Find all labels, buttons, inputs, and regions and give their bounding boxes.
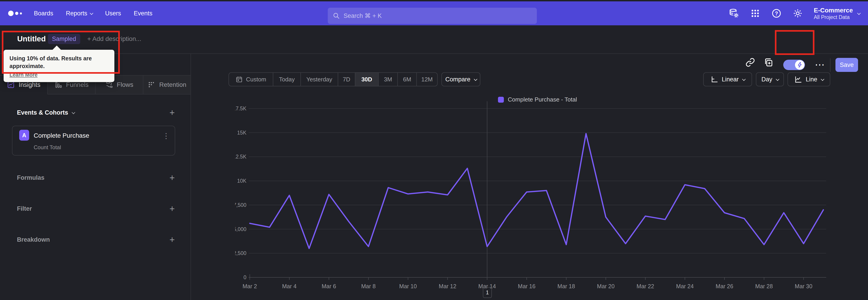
event-metric[interactable]: Count Total (34, 144, 61, 151)
chevron-down-icon (72, 111, 75, 114)
svg-text:Mar 16: Mar 16 (518, 283, 535, 289)
event-card[interactable]: A Complete Purchase Count Total ⋮ (12, 126, 175, 155)
search-icon (333, 12, 340, 20)
event-menu-icon[interactable]: ⋮ (162, 131, 170, 140)
chevron-down-icon (857, 11, 861, 15)
learn-more-link[interactable]: Learn More (9, 72, 37, 78)
project-name: E-Commerce (814, 6, 853, 14)
svg-text:2,500: 2,500 (235, 250, 246, 256)
tab-retention[interactable]: Retention (143, 76, 191, 94)
chevron-down-icon (474, 77, 477, 81)
sampling-toggle[interactable] (783, 60, 805, 70)
range-30d[interactable]: 30D (355, 73, 379, 86)
save-button[interactable]: Save (835, 58, 858, 72)
section-breakdown: Breakdown+ (17, 235, 175, 244)
svg-text:Mar 8: Mar 8 (361, 283, 376, 289)
chevron-down-icon (90, 11, 93, 15)
line-chart-icon (794, 76, 802, 83)
nav-menu: BoardsReportsUsersEvents (34, 1, 152, 25)
range-12m[interactable]: 12M (417, 73, 437, 86)
svg-text:7,500: 7,500 (235, 202, 246, 208)
pagination-page-1[interactable]: 1 (483, 287, 492, 298)
svg-text:Mar 6: Mar 6 (322, 283, 336, 289)
calendar-icon (236, 76, 243, 83)
retention-icon (147, 81, 156, 89)
chevron-down-icon (821, 77, 825, 81)
nav-item-reports[interactable]: Reports (66, 10, 93, 17)
section-label: Filter (17, 205, 32, 212)
query-builder-sidebar: InsightsFunnelsFlowsRetention Events & C… (0, 54, 191, 300)
copy-link-icon[interactable] (745, 57, 756, 68)
range-today[interactable]: Today (273, 73, 301, 86)
range-7d[interactable]: 7D (338, 73, 355, 86)
project-scope: All Project Data (814, 14, 853, 21)
sidebar-divider (191, 54, 191, 300)
svg-text:Mar 2: Mar 2 (243, 283, 257, 289)
chevron-down-icon (742, 77, 746, 81)
svg-text:Mar 18: Mar 18 (557, 283, 575, 289)
range-3m[interactable]: 3M (379, 73, 398, 86)
svg-text:17.5K: 17.5K (235, 106, 247, 112)
event-name[interactable]: Complete Purchase (34, 132, 89, 139)
chevron-down-icon (776, 77, 779, 81)
svg-text:15K: 15K (237, 130, 247, 136)
svg-text:Mar 30: Mar 30 (795, 283, 812, 289)
nav-right: ? E-Commerce All Project Data (729, 1, 868, 25)
svg-text:0: 0 (243, 274, 246, 280)
range-yesterday[interactable]: Yesterday (301, 73, 338, 86)
sampling-tooltip: Using 10% of data. Results are approxima… (4, 50, 114, 82)
nav-item-events[interactable]: Events (134, 10, 153, 17)
svg-text:Mar 4: Mar 4 (282, 283, 297, 289)
search-placeholder: Search ⌘ + K (344, 12, 382, 20)
more-actions-button[interactable]: ⋯ (813, 57, 827, 72)
compare-button[interactable]: Compare (441, 72, 480, 86)
events-cohorts-header: Events & Cohorts + (17, 108, 175, 117)
svg-text:10K: 10K (237, 178, 247, 184)
nav-item-boards[interactable]: Boards (34, 10, 53, 17)
linear-axis-icon (710, 76, 718, 83)
line-chart[interactable]: 02,5005,0007,50010K12.5K15K17.5KMar 2Mar… (235, 99, 841, 300)
events-cohorts-label[interactable]: Events & Cohorts (17, 109, 74, 116)
event-series-badge: A (19, 130, 29, 141)
section-label: Breakdown (17, 236, 50, 243)
apps-grid-icon[interactable] (750, 8, 761, 19)
sampled-badge[interactable]: Sampled (48, 34, 80, 44)
tooltip-text: Using 10% of data. Results are approxima… (9, 55, 108, 70)
lightning-bolt-icon (795, 60, 804, 70)
report-header: Untitled Sampled + Add description... ⋯ … (0, 25, 868, 54)
search-input[interactable]: Search ⌘ + K (328, 8, 537, 24)
svg-text:Mar 12: Mar 12 (439, 283, 456, 289)
settings-gear-icon[interactable] (793, 8, 803, 19)
add-formulas-button[interactable]: + (169, 173, 175, 182)
svg-text:Mar 10: Mar 10 (399, 283, 417, 289)
add-breakdown-button[interactable]: + (169, 235, 175, 244)
scale-dropdown[interactable]: Linear (703, 72, 752, 86)
svg-text:?: ? (775, 11, 778, 17)
range-custom[interactable]: Custom (229, 73, 273, 86)
section-label: Formulas (17, 174, 44, 181)
insights-report-page: BoardsReportsUsersEvents Search ⌘ + K ? (0, 0, 868, 300)
header-divider (830, 58, 831, 72)
add-description-button[interactable]: + Add description... (87, 35, 141, 42)
report-title[interactable]: Untitled (17, 34, 46, 43)
svg-text:Mar 20: Mar 20 (597, 283, 615, 289)
add-event-button[interactable]: + (169, 108, 175, 117)
date-range-control: CustomTodayYesterday7D30D3M6M12M (228, 72, 438, 86)
data-management-icon[interactable] (729, 8, 739, 19)
range-6m[interactable]: 6M (398, 73, 417, 86)
svg-text:Mar 24: Mar 24 (676, 283, 694, 289)
svg-text:Mar 28: Mar 28 (755, 283, 773, 289)
top-nav: BoardsReportsUsersEvents Search ⌘ + K ? (0, 1, 868, 25)
svg-text:12.5K: 12.5K (235, 154, 247, 160)
mixpanel-logo-icon[interactable] (8, 1, 22, 25)
add-filter-button[interactable]: + (169, 204, 175, 213)
help-icon[interactable]: ? (771, 8, 782, 19)
section-formulas: Formulas+ (17, 173, 175, 182)
section-filter: Filter+ (17, 204, 175, 213)
project-switcher[interactable]: E-Commerce All Project Data (814, 6, 860, 21)
chart-type-dropdown[interactable]: Line (787, 72, 830, 86)
nav-item-users[interactable]: Users (105, 10, 121, 17)
add-to-board-icon[interactable] (763, 57, 774, 68)
interval-dropdown[interactable]: Day (756, 72, 784, 86)
svg-text:Mar 26: Mar 26 (716, 283, 733, 289)
